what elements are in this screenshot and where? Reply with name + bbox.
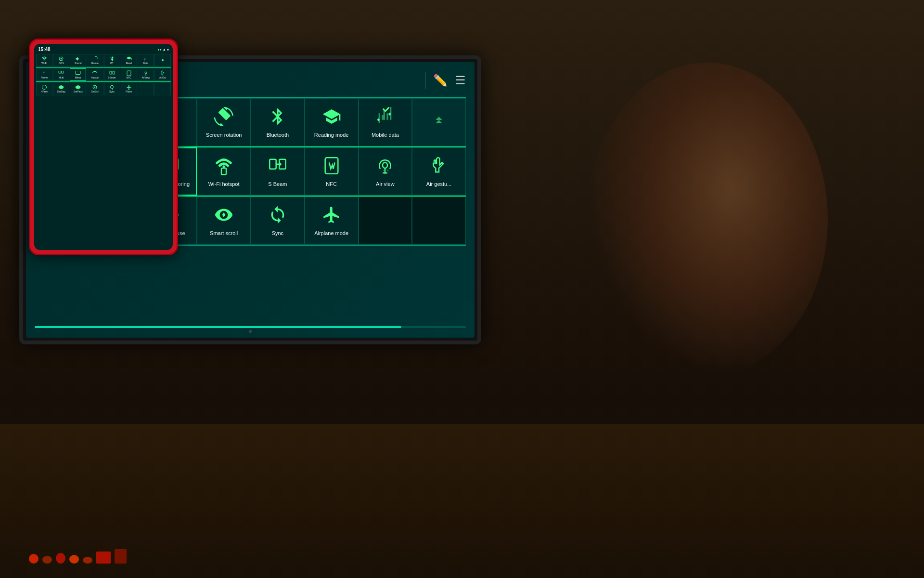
phone-header: 15:48 ●● ▲ ● [36, 46, 171, 53]
tv-progress-fill [35, 326, 401, 328]
svg-point-18 [61, 58, 62, 60]
phone-item-wifi: Wi-Fi [36, 54, 52, 67]
phone-item-sync: Sync [104, 82, 120, 95]
quick-item-airplane[interactable]: Airplane mode [305, 197, 359, 245]
list-icon[interactable]: ☰ [455, 74, 466, 87]
svg-rect-25 [113, 71, 115, 74]
phone-item-airgst: AirGst [154, 68, 171, 81]
tv-progress-bar [35, 326, 466, 328]
quick-item-sync[interactable]: Sync [251, 197, 305, 245]
svg-point-20 [162, 59, 164, 61]
quick-item-empty2 [412, 197, 466, 245]
phone-mini-grid-row3: HFree SmStay SmPaus SmScrl Sync [36, 82, 171, 95]
s-beam-label: S Beam [268, 181, 287, 187]
quick-item-wifi-hotspot[interactable]: Wi-Fi hotspot [197, 147, 251, 196]
nfc-icon [321, 157, 342, 178]
shelf-decorations [29, 549, 127, 564]
tv-header-right: ✏️ ☰ [425, 72, 466, 89]
phone-item-sstay: SmStay [53, 82, 69, 95]
quick-item-air-gesture[interactable]: Air gestu... [412, 147, 466, 196]
bluetooth-label: Bluetooth [267, 131, 289, 138]
svg-rect-22 [62, 71, 64, 73]
air-view-label: Air view [376, 181, 395, 187]
svg-point-27 [145, 72, 147, 74]
svg-rect-11 [270, 159, 276, 169]
header-divider [425, 72, 425, 89]
nfc-label: NFC [326, 181, 337, 187]
reading-mode-icon [321, 107, 342, 129]
phone-frame: 15:48 ●● ▲ ● Wi-Fi GPS [29, 39, 178, 255]
phone-row-divider [36, 67, 171, 68]
quick-item-screen-rotation[interactable]: Screen rotation [197, 98, 251, 146]
sync-icon [267, 206, 288, 227]
phone-item-hfree: HFree [36, 82, 52, 95]
smart-scroll-label: Smart scroll [210, 230, 238, 236]
phone-item-hotspot: Hotspot [87, 68, 103, 81]
phone-item-data: Data [138, 54, 154, 67]
phone-mini-grid-row2: Power Multi Mirror Hotspot SBeam [36, 68, 171, 81]
s-beam-icon [267, 157, 288, 178]
phone-content: 15:48 ●● ▲ ● Wi-Fi GPS [34, 44, 173, 250]
phone-item-sbeam: SBeam [104, 68, 120, 81]
svg-rect-21 [59, 71, 61, 73]
svg-rect-29 [77, 87, 78, 88]
phone-item-nfc: NFC [121, 68, 137, 81]
svg-rect-26 [127, 71, 131, 76]
quick-item-nfc[interactable]: NFC [305, 147, 359, 196]
phone-time: 15:48 [38, 47, 51, 52]
screen-rotation-icon [213, 107, 234, 129]
quick-item-bluetooth[interactable]: Bluetooth [251, 98, 305, 146]
quick-item-empty1 [359, 197, 412, 245]
phone-item-read: Read [121, 54, 137, 67]
phone-screen: 15:48 ●● ▲ ● Wi-Fi GPS [34, 44, 173, 250]
svg-rect-9 [221, 168, 226, 174]
wifi-hotspot-label: Wi-Fi hotspot [208, 181, 240, 187]
quick-item-smart-scroll[interactable]: Smart scroll [197, 197, 251, 245]
svg-rect-24 [110, 71, 112, 74]
phone-row2-divider [36, 81, 171, 82]
mobile-data-label: Mobile data [372, 131, 399, 138]
phone-item-sscroll: SmScrl [87, 82, 103, 95]
air-gesture-label: Air gestu... [426, 181, 452, 187]
quick-item-mobile-data[interactable]: Mobile data [359, 98, 412, 146]
shelf [0, 424, 924, 578]
phone-item-gps: GPS [53, 54, 69, 67]
shelf-item-6 [96, 552, 111, 564]
phone-item-extra [154, 54, 171, 67]
shelf-item-4 [69, 555, 79, 564]
phone-item-spause: SmPaus [70, 82, 86, 95]
phone-item-empty3 [138, 82, 154, 95]
quick-item-reading-mode[interactable]: Reading mode [305, 98, 359, 146]
quick-item-s-beam[interactable]: S Beam [251, 147, 305, 196]
shelf-item-7 [115, 549, 127, 564]
edit-icon[interactable]: ✏️ [433, 74, 448, 87]
svg-point-28 [42, 85, 47, 90]
phone-status-icons: ●● ▲ ● [157, 48, 169, 51]
airplane-label: Airplane mode [314, 230, 348, 236]
bluetooth-icon [267, 107, 288, 129]
phone-item-airplane: Plane [121, 82, 137, 95]
phone-item-sound: Sound [70, 54, 86, 67]
svg-rect-23 [76, 71, 80, 74]
shelf-item-2 [42, 556, 52, 564]
phone-item-rotation: Rotate [87, 54, 103, 67]
phone-item-mirror: Mirror [70, 68, 86, 81]
shelf-item-3 [56, 553, 65, 564]
shelf-item-1 [29, 554, 38, 564]
quick-item-more[interactable] [412, 98, 466, 146]
svg-rect-30 [78, 87, 79, 88]
quick-item-air-view[interactable]: Air view [359, 147, 412, 196]
mobile-data-icon [374, 107, 396, 129]
svg-point-10 [223, 165, 225, 168]
phone-item-bt: BT [104, 54, 120, 67]
wifi-hotspot-icon [213, 157, 234, 178]
airplane-icon [321, 206, 342, 227]
phone-item-empty4 [154, 82, 171, 95]
tv-page-dot [249, 330, 252, 333]
more-icon [428, 111, 449, 132]
phone-item-power: Power [36, 68, 52, 81]
phone-item-multi: Multi [53, 68, 69, 81]
air-gesture-icon [428, 157, 449, 178]
phone-item-airview: AirView [138, 68, 154, 81]
screen-rotation-label: Screen rotation [206, 131, 242, 138]
